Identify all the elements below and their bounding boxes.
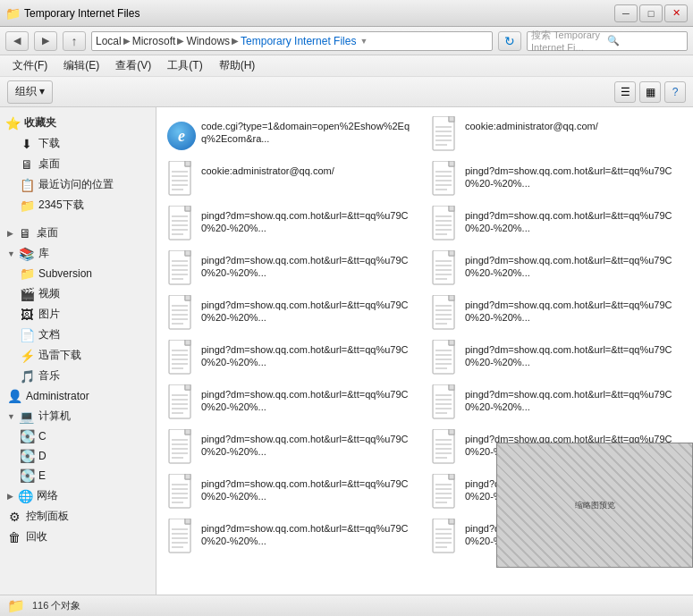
file-item[interactable]: pingd?dm=show.qq.com.hot&url=&tt=qq%u79C… — [162, 426, 424, 468]
svg-rect-50 — [449, 250, 454, 256]
doc-file-icon — [167, 340, 196, 376]
file-item[interactable]: pingd?dm=show.qq.com.hot&url=&tt=qq%u79C… — [426, 247, 688, 290]
sidebar-item-admin[interactable]: 👤 Administrator — [0, 386, 156, 406]
file-item[interactable]: cookie:administrator@qq.com/ — [162, 157, 424, 200]
sidebar-item-computer[interactable]: ▼ 💻 计算机 — [0, 406, 156, 426]
help-button[interactable]: ? — [664, 81, 686, 103]
sidebar-item-thunder[interactable]: ⚡ 迅雷下载 — [0, 345, 156, 366]
file-item[interactable]: pingd?dm=show.qq.com.hot&url=&tt=qq%u79C… — [426, 157, 688, 200]
sidebar-panel-label: 控制面板 — [26, 509, 69, 524]
svg-rect-146 — [449, 519, 454, 524]
menu-file[interactable]: 文件(F) — [5, 56, 55, 75]
star-icon: ⭐ — [5, 116, 20, 131]
close-button[interactable]: ✕ — [664, 4, 688, 22]
file-item[interactable]: e code.cgi?type=1&domain=open%2Eshow%2Eq… — [162, 113, 424, 156]
menu-help[interactable]: 帮助(H) — [212, 56, 263, 75]
sidebar-item-recycle[interactable]: 🗑 回收 — [0, 527, 156, 547]
sidebar-item-recent[interactable]: 📋 最近访问的位置 — [0, 174, 156, 195]
file-name: pingd?dm=show.qq.com.hot&url=&tt=qq%u79C… — [465, 161, 682, 190]
svg-rect-42 — [185, 250, 190, 256]
breadcrumb-microsoft[interactable]: Microsoft — [132, 35, 176, 47]
tree-arrow-desktop: ▶ — [7, 229, 13, 238]
music-icon: 🎵 — [20, 369, 34, 384]
forward-button[interactable]: ▶ — [34, 31, 57, 51]
doc-file-icon — [167, 474, 196, 510]
sidebar-item-desktop[interactable]: 🖥 桌面 — [0, 154, 156, 174]
sidebar-computer-label: 计算机 — [38, 409, 71, 424]
organize-button[interactable]: 组织 ▾ — [7, 80, 53, 104]
breadcrumb-current[interactable]: Temporary Internet Files — [241, 35, 356, 47]
sidebar-library-label: 库 — [38, 246, 49, 261]
sidebar-item-e[interactable]: 💽 E — [0, 466, 156, 485]
breadcrumb-bar[interactable]: Local ▶ Microsoft ▶ Windows ▶ Temporary … — [91, 31, 493, 51]
sidebar-favorites-header[interactable]: ⭐ 收藏夹 — [0, 113, 156, 133]
back-button[interactable]: ◀ — [5, 31, 29, 51]
file-item[interactable]: pingd?dm=show.qq.com.hot&url=&tt=qq%u79C… — [162, 515, 424, 558]
sidebar-item-subversion[interactable]: 📁 Subversion — [0, 264, 156, 283]
menu-tools[interactable]: 工具(T) — [160, 56, 209, 75]
sidebar-item-network[interactable]: ▶ 🌐 网络 — [0, 485, 156, 506]
file-item[interactable]: pingd?dm=show.qq.com.hot&url=&tt=qq%u79C… — [162, 247, 424, 290]
refresh-button[interactable]: ↻ — [498, 31, 521, 51]
menu-edit[interactable]: 编辑(E) — [56, 56, 106, 75]
menu-view[interactable]: 查看(V) — [108, 56, 158, 75]
library-icon: 📚 — [20, 247, 34, 261]
search-icon[interactable]: 🔍 — [607, 35, 683, 46]
file-name: pingd?dm=show.qq.com.hot&url=&tt=qq%u79C… — [201, 429, 418, 459]
doc-file-icon — [431, 519, 460, 554]
sidebar-item-2345[interactable]: 📁 2345下载 — [0, 195, 156, 215]
view-options-button[interactable]: ☰ — [614, 81, 636, 103]
file-item[interactable]: pingd?dm=show.qq.com.hot&url=&tt=qq%u79C… — [426, 381, 688, 424]
sidebar-music-label: 音乐 — [38, 368, 60, 384]
breadcrumb-local[interactable]: Local — [96, 35, 122, 47]
view-preview-button[interactable]: ▦ — [639, 81, 661, 103]
recycle-icon: 🗑 — [7, 530, 21, 544]
drive-e-icon: 💽 — [20, 468, 34, 483]
sidebar-e-label: E — [38, 469, 46, 482]
sidebar-item-d[interactable]: 💽 D — [0, 446, 156, 466]
doc-file-icon — [431, 340, 460, 376]
restore-button[interactable]: □ — [639, 4, 663, 22]
file-item[interactable]: pingd?dm=show.qq.com.hot&url=&tt=qq%u79C… — [162, 381, 424, 424]
search-placeholder: 搜索 Temporary Internet Fi... — [531, 29, 607, 53]
breadcrumb-dropdown[interactable]: ▼ — [359, 37, 368, 46]
drive-c-icon: 💽 — [20, 429, 34, 443]
sidebar-pictures-label: 图片 — [38, 307, 60, 322]
search-bar[interactable]: 搜索 Temporary Internet Fi... 🔍 — [527, 31, 688, 51]
sidebar-item-pictures[interactable]: 🖼 图片 — [0, 304, 156, 325]
sidebar-item-downloads[interactable]: ⬇ 下载 — [0, 133, 156, 154]
sidebar-item-video[interactable]: 🎬 视频 — [0, 283, 156, 304]
admin-icon: 👤 — [7, 389, 21, 403]
sidebar-item-c[interactable]: 💽 C — [0, 426, 156, 446]
folder-yellow-icon: 📁 — [20, 198, 34, 213]
doc-file-icon — [431, 116, 460, 152]
sidebar-docs-label: 文档 — [38, 327, 60, 342]
file-name: pingd?dm=show.qq.com.hot&url=&tt=qq%u79C… — [201, 384, 418, 414]
file-item[interactable]: pingd?dm=show.qq.com.hot&url=&tt=qq%u79C… — [162, 470, 424, 513]
file-item[interactable]: pingd?dm=show.qq.com.hot&url=&tt=qq%u79C… — [162, 291, 424, 334]
file-item[interactable]: pingd?dm=show.qq.com.hot&url=&tt=qq%u79C… — [426, 202, 688, 245]
svg-rect-74 — [185, 340, 190, 345]
sidebar-item-library[interactable]: ▼ 📚 库 — [0, 243, 156, 264]
sidebar-desktop-label: 桌面 — [38, 156, 60, 172]
network-icon: 🌐 — [18, 489, 32, 503]
file-item[interactable]: cookie:administrator@qq.com/ — [426, 113, 688, 156]
sidebar-item-music[interactable]: 🎵 音乐 — [0, 366, 156, 386]
toolbar-right: ☰ ▦ ? — [614, 81, 686, 103]
file-item[interactable]: pingd?dm=show.qq.com.hot&url=&tt=qq%u79C… — [162, 336, 424, 379]
file-name: pingd?dm=show.qq.com.hot&url=&tt=qq%u79C… — [465, 295, 682, 325]
up-button[interactable]: ↑ — [63, 31, 86, 51]
breadcrumb-windows[interactable]: Windows — [186, 35, 230, 47]
file-item[interactable]: pingd?dm=show.qq.com.hot&url=&tt=qq%u79C… — [426, 291, 688, 334]
popup-overlay: 缩略图预览 — [496, 443, 693, 568]
svg-rect-98 — [449, 384, 454, 390]
svg-rect-58 — [185, 295, 190, 300]
sidebar-item-desktop2[interactable]: ▶ 🖥 桌面 — [0, 223, 156, 243]
minimize-button[interactable]: ─ — [614, 4, 638, 22]
sidebar-item-panel[interactable]: ⚙ 控制面板 — [0, 506, 156, 527]
file-item[interactable]: pingd?dm=show.qq.com.hot&url=&tt=qq%u79C… — [426, 336, 688, 379]
sidebar-item-docs[interactable]: 📄 文档 — [0, 325, 156, 345]
file-area[interactable]: e code.cgi?type=1&domain=open%2Eshow%2Eq… — [156, 107, 693, 595]
svg-rect-26 — [185, 206, 190, 211]
file-item[interactable]: pingd?dm=show.qq.com.hot&url=&tt=qq%u79C… — [162, 202, 424, 245]
